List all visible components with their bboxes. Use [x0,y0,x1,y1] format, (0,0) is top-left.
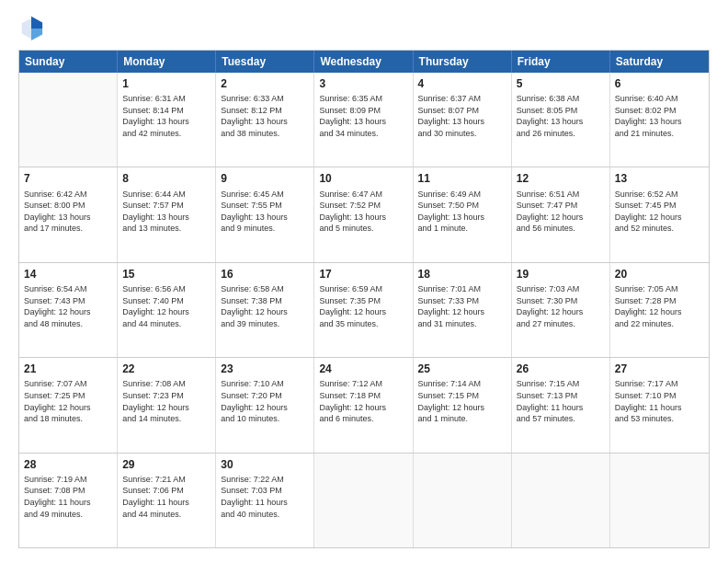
calendar-cell [314,454,413,547]
page-header [18,15,710,40]
cell-info: Sunrise: 6:58 AMSunset: 7:38 PMDaylight:… [221,283,309,329]
calendar-header: SundayMondayTuesdayWednesdayThursdayFrid… [19,51,709,73]
calendar-row: 1Sunrise: 6:31 AMSunset: 8:14 PMDaylight… [19,73,709,167]
cell-info: Sunrise: 6:37 AMSunset: 8:07 PMDaylight:… [418,93,506,139]
calendar-cell: 10Sunrise: 6:47 AMSunset: 7:52 PMDayligh… [314,167,413,261]
day-number: 16 [221,267,309,282]
calendar-cell: 16Sunrise: 6:58 AMSunset: 7:38 PMDayligh… [216,263,314,357]
calendar-row: 7Sunrise: 6:42 AMSunset: 8:00 PMDaylight… [19,167,709,262]
cell-info: Sunrise: 6:51 AMSunset: 7:47 PMDaylight:… [517,189,605,235]
weekday-header: Sunday [19,51,118,73]
day-number: 10 [319,171,407,186]
weekday-header: Saturday [610,51,709,73]
day-number: 9 [221,171,309,186]
day-number: 27 [615,362,704,376]
calendar-row: 14Sunrise: 6:54 AMSunset: 7:43 PMDayligh… [19,263,709,358]
calendar-cell: 18Sunrise: 7:01 AMSunset: 7:33 PMDayligh… [414,263,512,357]
cell-info: Sunrise: 6:35 AMSunset: 8:09 PMDaylight:… [319,93,407,139]
calendar-cell: 22Sunrise: 7:08 AMSunset: 7:23 PMDayligh… [118,358,216,452]
cell-info: Sunrise: 6:56 AMSunset: 7:40 PMDaylight:… [122,283,210,329]
calendar-cell: 3Sunrise: 6:35 AMSunset: 8:09 PMDaylight… [314,73,413,167]
cell-info: Sunrise: 7:19 AMSunset: 7:08 PMDaylight:… [24,474,112,520]
calendar-cell: 27Sunrise: 7:17 AMSunset: 7:10 PMDayligh… [610,358,709,452]
calendar-cell: 9Sunrise: 6:45 AMSunset: 7:55 PMDaylight… [216,167,314,261]
calendar-cell: 2Sunrise: 6:33 AMSunset: 8:12 PMDaylight… [216,73,314,167]
day-number: 13 [615,171,704,186]
day-number: 7 [24,171,112,186]
weekday-header: Monday [118,51,216,73]
calendar-row: 21Sunrise: 7:07 AMSunset: 7:25 PMDayligh… [19,358,709,453]
cell-info: Sunrise: 7:07 AMSunset: 7:25 PMDaylight:… [24,378,112,424]
calendar-cell: 5Sunrise: 6:38 AMSunset: 8:05 PMDaylight… [512,73,610,167]
calendar-cell: 6Sunrise: 6:40 AMSunset: 8:02 PMDaylight… [610,73,709,167]
calendar-cell: 28Sunrise: 7:19 AMSunset: 7:08 PMDayligh… [19,454,118,547]
weekday-header: Wednesday [314,51,413,73]
calendar-cell: 13Sunrise: 6:52 AMSunset: 7:45 PMDayligh… [610,167,709,261]
cell-info: Sunrise: 7:08 AMSunset: 7:23 PMDaylight:… [122,378,210,424]
calendar-cell: 29Sunrise: 7:21 AMSunset: 7:06 PMDayligh… [118,454,216,547]
calendar-cell: 21Sunrise: 7:07 AMSunset: 7:25 PMDayligh… [19,358,118,452]
calendar-cell: 1Sunrise: 6:31 AMSunset: 8:14 PMDaylight… [118,73,216,167]
cell-info: Sunrise: 7:03 AMSunset: 7:30 PMDaylight:… [517,283,605,329]
calendar-cell: 14Sunrise: 6:54 AMSunset: 7:43 PMDayligh… [19,263,118,357]
cell-info: Sunrise: 6:45 AMSunset: 7:55 PMDaylight:… [221,189,309,235]
cell-info: Sunrise: 7:12 AMSunset: 7:18 PMDaylight:… [319,378,407,424]
calendar-cell: 26Sunrise: 7:15 AMSunset: 7:13 PMDayligh… [512,358,610,452]
cell-info: Sunrise: 6:44 AMSunset: 7:57 PMDaylight:… [122,189,210,235]
day-number: 23 [221,362,309,376]
cell-info: Sunrise: 6:31 AMSunset: 8:14 PMDaylight:… [122,93,210,139]
day-number: 5 [517,76,605,91]
cell-info: Sunrise: 6:52 AMSunset: 7:45 PMDaylight:… [615,189,704,235]
cell-info: Sunrise: 7:17 AMSunset: 7:10 PMDaylight:… [615,378,704,424]
calendar-cell: 17Sunrise: 6:59 AMSunset: 7:35 PMDayligh… [314,263,413,357]
svg-marker-2 [31,29,42,40]
day-number: 1 [122,76,210,91]
day-number: 3 [319,76,407,91]
cell-info: Sunrise: 7:05 AMSunset: 7:28 PMDaylight:… [615,283,704,329]
calendar-cell: 19Sunrise: 7:03 AMSunset: 7:30 PMDayligh… [512,263,610,357]
cell-info: Sunrise: 7:15 AMSunset: 7:13 PMDaylight:… [517,378,605,424]
calendar-cell: 15Sunrise: 6:56 AMSunset: 7:40 PMDayligh… [118,263,216,357]
cell-info: Sunrise: 6:33 AMSunset: 8:12 PMDaylight:… [221,93,309,139]
day-number: 25 [418,362,506,376]
logo [18,15,48,40]
day-number: 6 [615,76,704,91]
day-number: 24 [319,362,407,376]
day-number: 12 [517,171,605,186]
day-number: 4 [418,76,506,91]
day-number: 29 [122,457,210,472]
day-number: 19 [517,267,605,282]
calendar-cell: 30Sunrise: 7:22 AMSunset: 7:03 PMDayligh… [216,454,314,547]
calendar-body: 1Sunrise: 6:31 AMSunset: 8:14 PMDaylight… [19,73,709,547]
day-number: 20 [615,267,704,282]
cell-info: Sunrise: 6:59 AMSunset: 7:35 PMDaylight:… [319,283,407,329]
cell-info: Sunrise: 6:49 AMSunset: 7:50 PMDaylight:… [418,189,506,235]
calendar-cell: 4Sunrise: 6:37 AMSunset: 8:07 PMDaylight… [414,73,512,167]
cell-info: Sunrise: 7:22 AMSunset: 7:03 PMDaylight:… [221,474,309,520]
calendar-page: SundayMondayTuesdayWednesdayThursdayFrid… [0,0,728,563]
calendar-cell: 11Sunrise: 6:49 AMSunset: 7:50 PMDayligh… [414,167,512,261]
calendar-cell: 20Sunrise: 7:05 AMSunset: 7:28 PMDayligh… [610,263,709,357]
calendar-cell: 23Sunrise: 7:10 AMSunset: 7:20 PMDayligh… [216,358,314,452]
weekday-header: Friday [512,51,610,73]
day-number: 17 [319,267,407,282]
cell-info: Sunrise: 7:01 AMSunset: 7:33 PMDaylight:… [418,283,506,329]
cell-info: Sunrise: 6:42 AMSunset: 8:00 PMDaylight:… [24,189,112,235]
day-number: 14 [24,267,112,282]
day-number: 28 [24,457,112,472]
cell-info: Sunrise: 7:10 AMSunset: 7:20 PMDaylight:… [221,378,309,424]
calendar: SundayMondayTuesdayWednesdayThursdayFrid… [18,50,710,548]
svg-marker-1 [31,17,42,29]
day-number: 11 [418,171,506,186]
calendar-cell: 8Sunrise: 6:44 AMSunset: 7:57 PMDaylight… [118,167,216,261]
day-number: 22 [122,362,210,376]
weekday-header: Thursday [414,51,512,73]
day-number: 8 [122,171,210,186]
day-number: 15 [122,267,210,282]
calendar-cell: 24Sunrise: 7:12 AMSunset: 7:18 PMDayligh… [314,358,413,452]
cell-info: Sunrise: 7:14 AMSunset: 7:15 PMDaylight:… [418,378,506,424]
calendar-cell: 12Sunrise: 6:51 AMSunset: 7:47 PMDayligh… [512,167,610,261]
cell-info: Sunrise: 6:40 AMSunset: 8:02 PMDaylight:… [615,93,704,139]
calendar-cell: 25Sunrise: 7:14 AMSunset: 7:15 PMDayligh… [414,358,512,452]
calendar-cell [414,454,512,547]
